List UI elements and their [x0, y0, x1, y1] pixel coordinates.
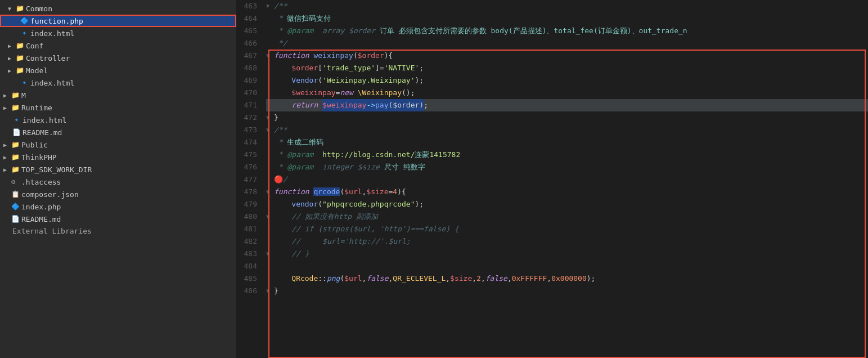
- sidebar-item-label: Conf: [26, 42, 43, 50]
- code-content[interactable]: ▼ /** * 微信扫码支付 * @param array $order 订单 …: [262, 0, 868, 358]
- code-token: ,: [362, 186, 367, 198]
- code-token: $size: [450, 272, 472, 285]
- sidebar-item-index-php[interactable]: 🔷 index.php: [0, 200, 236, 213]
- fold-placeholder: [266, 223, 274, 235]
- sidebar-item-label: README.md: [21, 215, 61, 223]
- sidebar-item-label: index.html: [23, 116, 66, 124]
- code-token: $order: [291, 62, 318, 74]
- sidebar-item-common[interactable]: ▼ 📁 Common: [0, 2, 236, 15]
- code-token: $url: [344, 186, 362, 198]
- code-token: (: [318, 198, 322, 211]
- code-token: ,: [481, 272, 485, 285]
- code-token: =: [389, 186, 393, 198]
- sidebar-item-label: External Libraries: [12, 227, 92, 235]
- code-line-475: * @param http://blog.csdn.net/连蒙1415782: [266, 149, 868, 161]
- md-file-icon: 📄: [12, 128, 23, 136]
- sidebar-item-controller[interactable]: ▶ 📁 Controller: [0, 52, 236, 64]
- sidebar-item-label: M: [21, 91, 26, 100]
- htaccess-file-icon: ⚙: [11, 178, 21, 186]
- code-line-480: ▼ // 如果没有http 则添加: [266, 211, 868, 223]
- code-line-465: * @param array $order 订单 必须包含支付所需要的参数 bo…: [266, 25, 868, 37]
- file-tree: ▼ 📁 Common 🔷 function.php 🔹 index.html ▶…: [0, 0, 236, 358]
- sidebar-item-public[interactable]: ▶ 📁 Public: [0, 138, 236, 151]
- fold-placeholder: [266, 25, 274, 37]
- code-token: $url: [344, 272, 362, 285]
- arrow-top-sdk: ▶: [3, 167, 11, 173]
- code-token: ::: [318, 272, 327, 285]
- fold-icon: ▼: [266, 50, 274, 62]
- folder-icon: 📁: [16, 42, 26, 50]
- arrow-m: ▶: [3, 92, 11, 99]
- code-line-474: * 生成二维码: [266, 136, 868, 149]
- sidebar-item-top-sdk[interactable]: ▶ 📁 TOP_SDK_WORK_DIR: [0, 163, 236, 176]
- sidebar-item-label: Common: [26, 5, 52, 13]
- code-token: 2: [476, 272, 481, 285]
- sidebar-item-function-php[interactable]: 🔷 function.php: [0, 15, 236, 27]
- code-token: 微信扫码支付: [287, 12, 331, 25]
- sidebar-item-thinkphp[interactable]: ▶ 📁 ThinkPHP: [0, 151, 236, 163]
- sidebar-item-htaccess[interactable]: ⚙ .htaccess: [0, 176, 236, 188]
- code-token: ;: [424, 99, 428, 111]
- fold-placeholder: [266, 235, 274, 248]
- sidebar-item-index-html-model[interactable]: 🔹 index.html: [0, 77, 236, 89]
- html-file-icon: 🔹: [20, 79, 30, 87]
- fold-icon: ▼: [266, 186, 274, 198]
- code-token: 生成二维码: [287, 136, 323, 149]
- fold-placeholder: [266, 62, 274, 74]
- sidebar-item-conf[interactable]: ▶ 📁 Conf: [0, 39, 236, 52]
- code-token: // if (strpos($url, 'http')===false) {: [274, 223, 459, 235]
- php-file-icon: 🔷: [20, 17, 30, 25]
- code-token: 连蒙: [415, 149, 429, 161]
- fold-placeholder: [266, 149, 274, 161]
- code-token: (: [353, 50, 358, 62]
- sidebar-item-external-libraries[interactable]: External Libraries: [0, 225, 236, 237]
- sidebar-item-readme-runtime[interactable]: 📄 README.md: [0, 126, 236, 138]
- sidebar-item-label: Public: [21, 141, 48, 149]
- code-token: integer $size: [313, 161, 384, 173]
- code-token: 1415782: [429, 149, 460, 161]
- code-line-483: ▼ // }: [266, 248, 868, 260]
- fold-icon: ▼: [266, 0, 274, 12]
- code-lines: ▼ /** * 微信扫码支付 * @param array $order 订单 …: [262, 0, 868, 297]
- code-editor: 463 464 465 466 467 468 469 470 471 472 …: [236, 0, 868, 358]
- sidebar-item-readme-root[interactable]: 📄 README.md: [0, 213, 236, 225]
- sidebar-item-label: index.html: [30, 79, 74, 87]
- sidebar-item-index-html-common[interactable]: 🔹 index.html: [0, 27, 236, 39]
- html-file-icon: 🔹: [20, 29, 30, 37]
- sidebar-item-m[interactable]: ▶ 📁 M: [0, 89, 236, 101]
- code-token: 'Weixinpay.Weixinpay': [322, 74, 415, 87]
- code-token: return: [291, 99, 322, 111]
- sidebar-item-composer[interactable]: 📋 composer.json: [0, 188, 236, 200]
- code-token: qrcode: [313, 186, 340, 198]
- sidebar-item-model[interactable]: ▶ 📁 Model: [0, 64, 236, 77]
- html-file-icon: 🔹: [12, 116, 23, 124]
- code-token: [274, 198, 291, 211]
- code-token: *: [274, 25, 287, 37]
- code-token: (: [340, 272, 344, 285]
- arrow-public: ▶: [3, 142, 11, 148]
- code-token: }: [274, 285, 278, 297]
- code-token: *: [274, 149, 287, 161]
- code-token: false: [366, 272, 388, 285]
- fold-placeholder: [266, 272, 274, 285]
- code-token: );: [415, 198, 424, 211]
- folder-icon: 📁: [11, 165, 21, 173]
- code-token: 订单 必须包含支付所需要的参数 body(产品描述)、total_fee(订单金…: [380, 25, 687, 37]
- code-line-481: // if (strpos($url, 'http')===false) {: [266, 223, 868, 235]
- code-token: QRcode: [291, 272, 318, 285]
- code-token: vendor: [291, 198, 318, 211]
- code-token: =: [336, 87, 340, 99]
- arrow-common: ▼: [8, 6, 16, 12]
- code-token: /: [283, 173, 287, 186]
- fold-placeholder: [266, 12, 274, 25]
- fold-placeholder: [266, 87, 274, 99]
- fold-placeholder: [266, 173, 274, 186]
- code-token: $weixinpay: [291, 87, 335, 99]
- sidebar-item-index-html-runtime[interactable]: 🔹 index.html: [0, 114, 236, 126]
- sidebar-item-runtime[interactable]: ▶ 📁 Runtime: [0, 101, 236, 114]
- sidebar-item-label: Model: [26, 66, 48, 75]
- code-token: png: [327, 272, 340, 285]
- code-token: $weixinpay->pay($order): [322, 99, 424, 111]
- code-line-470: $weixinpay=new \Weixinpay();: [266, 87, 868, 99]
- code-line-482: // $url='http://'.$url;: [266, 235, 868, 248]
